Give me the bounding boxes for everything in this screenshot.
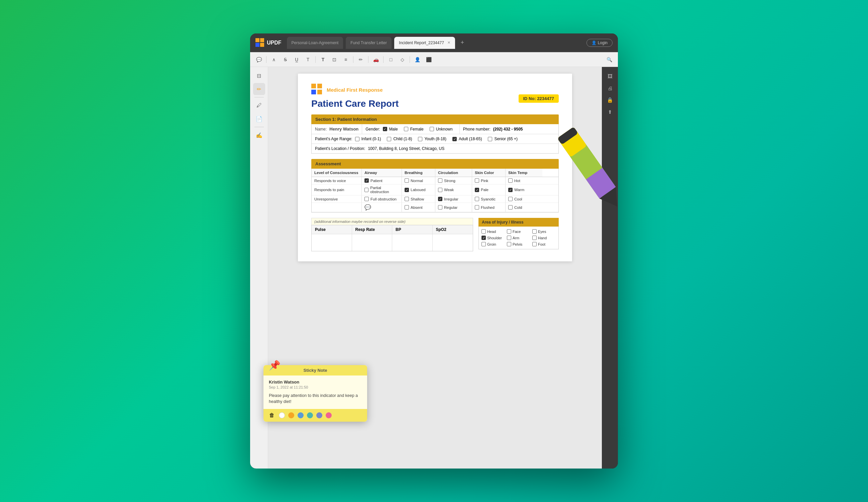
vitals-pulse-value bbox=[312, 234, 352, 251]
tab-transfer[interactable]: Fund Transfer Letter bbox=[346, 37, 392, 49]
toolbar-sep-5 bbox=[383, 56, 383, 63]
airway-full-cb[interactable] bbox=[364, 197, 369, 201]
skincolor-syanotic-label: Syanotic bbox=[481, 197, 496, 201]
loc-row4 bbox=[312, 203, 362, 212]
skintemp-hot-cb[interactable] bbox=[508, 178, 513, 183]
age-infant-cb[interactable] bbox=[355, 137, 360, 141]
list-icon[interactable]: ≡ bbox=[341, 55, 350, 64]
car-icon[interactable]: 🚗 bbox=[371, 55, 381, 64]
text-icon[interactable]: T bbox=[303, 55, 313, 64]
tab-add-button[interactable]: + bbox=[458, 38, 467, 48]
airway-partial-cb[interactable] bbox=[364, 188, 369, 192]
search-icon[interactable]: 🔍 bbox=[604, 55, 614, 64]
location-label: Patient's Location / Position: bbox=[315, 146, 365, 151]
breathing-shallow-cb[interactable] bbox=[405, 197, 409, 201]
age-adult-cb[interactable]: ✓ bbox=[452, 137, 457, 141]
skincolor-pale-cb[interactable]: ✓ bbox=[475, 188, 479, 192]
injury-shoulder: ✓ Shoulder bbox=[482, 235, 505, 240]
bold-t-icon[interactable]: T bbox=[318, 55, 328, 64]
tab-close-icon[interactable]: ✕ bbox=[447, 40, 451, 45]
circulation-weak-cb[interactable] bbox=[438, 188, 442, 192]
sidebar-highlight-icon[interactable]: ✏ bbox=[253, 83, 265, 95]
tab-incident[interactable]: Incident Report_2234477 ✕ bbox=[394, 37, 455, 49]
right-photo-icon[interactable]: 🖼 bbox=[605, 71, 615, 81]
sticky-color-pink[interactable] bbox=[326, 412, 332, 418]
person-fill-icon[interactable]: ⬛ bbox=[424, 55, 433, 64]
toolbar-sep-1 bbox=[266, 56, 267, 63]
age-youth-cb[interactable] bbox=[418, 137, 422, 141]
sticky-color-purple[interactable] bbox=[316, 412, 322, 418]
right-print-icon[interactable]: 🖨 bbox=[605, 83, 615, 93]
circulation-strong-cb[interactable] bbox=[438, 178, 442, 183]
injury-head-cb[interactable] bbox=[482, 229, 486, 234]
skincolor-row2: ✓ Pale bbox=[472, 184, 506, 195]
shape-icon[interactable]: □ bbox=[386, 55, 395, 64]
sidebar-pages-icon[interactable]: 📄 bbox=[253, 113, 265, 125]
tab-loan[interactable]: Personal-Loan-Agreement bbox=[287, 37, 343, 49]
sticky-color-teal[interactable] bbox=[307, 412, 313, 418]
vitals-body bbox=[312, 234, 473, 251]
injury-foot-cb[interactable] bbox=[532, 242, 537, 246]
sticky-note-author: Kristin Watson bbox=[269, 380, 362, 384]
vitals-injury-area: (additional information maybe recorded o… bbox=[311, 218, 559, 251]
skintemp-warm-cb[interactable]: ✓ bbox=[508, 188, 513, 192]
skintemp-cool-cb[interactable] bbox=[508, 197, 513, 201]
circulation-row3: ✓ Irregular bbox=[435, 195, 472, 202]
injury-eyes-cb[interactable] bbox=[532, 229, 537, 234]
injury-hand-cb[interactable] bbox=[532, 235, 537, 240]
injury-shoulder-cb[interactable]: ✓ bbox=[482, 235, 486, 240]
sidebar-edit-icon[interactable]: 🖊 bbox=[253, 99, 265, 111]
svg-rect-6 bbox=[311, 90, 316, 94]
login-button[interactable]: 👤 Login bbox=[587, 39, 612, 47]
svg-rect-2 bbox=[256, 43, 259, 47]
sidebar-thumbnail-icon[interactable]: ⊟ bbox=[253, 70, 265, 82]
gender-female-cb[interactable] bbox=[404, 127, 408, 131]
age-youth-label: Youth (8-18) bbox=[424, 137, 446, 141]
injury-pelvis: Pelvis bbox=[507, 242, 530, 246]
vitals-header: Pulse Resp Rate BP SpO2 bbox=[312, 225, 473, 234]
age-adult-label: Adult (18-65) bbox=[459, 137, 482, 141]
id-badge: ID No: 2234477 bbox=[519, 94, 559, 103]
pencil-icon[interactable]: ✏ bbox=[356, 55, 365, 64]
circulation-irregular-cb[interactable]: ✓ bbox=[438, 197, 442, 201]
gender-male-cb[interactable]: ✓ bbox=[383, 127, 387, 131]
circulation-regular-cb[interactable] bbox=[438, 205, 442, 210]
injury-arm-label: Arm bbox=[513, 236, 519, 240]
injury-pelvis-cb[interactable] bbox=[507, 242, 511, 246]
age-senior-cb[interactable] bbox=[488, 137, 492, 141]
sticky-delete-button[interactable]: 🗑 bbox=[268, 412, 276, 419]
skincolor-syanotic-cb[interactable] bbox=[475, 197, 479, 201]
eraser-icon[interactable]: ◇ bbox=[397, 55, 407, 64]
sticky-color-orange[interactable] bbox=[288, 412, 294, 418]
sidebar-signature-icon[interactable]: ✍ bbox=[253, 129, 265, 141]
comment-icon[interactable]: 💬 bbox=[254, 55, 264, 64]
injury-table: Head Face Eyes ✓ bbox=[478, 227, 559, 249]
underline-icon[interactable]: U̲ bbox=[292, 55, 301, 64]
person-icon[interactable]: 👤 bbox=[413, 55, 422, 64]
sticky-color-none[interactable] bbox=[279, 412, 285, 418]
breathing-absent-cb[interactable] bbox=[405, 205, 409, 210]
injury-face-cb[interactable] bbox=[507, 229, 511, 234]
breathing-laboued-cb[interactable]: ✓ bbox=[405, 188, 409, 192]
skincolor-flushed-cb[interactable] bbox=[475, 205, 479, 210]
breathing-normal-cb[interactable] bbox=[405, 178, 409, 183]
sticky-color-blue[interactable] bbox=[298, 412, 303, 418]
airway-patient-cb[interactable]: ✓ bbox=[364, 178, 369, 183]
skintemp-cold-cb[interactable] bbox=[508, 205, 513, 210]
strikethrough-icon[interactable]: S̶ bbox=[280, 55, 290, 64]
injury-arm-cb[interactable] bbox=[507, 235, 511, 240]
right-lock-icon[interactable]: 🔒 bbox=[605, 95, 615, 105]
injury-hand: Hand bbox=[532, 235, 556, 240]
assessment-header: Assessment bbox=[311, 159, 559, 169]
injury-groin-cb[interactable] bbox=[482, 242, 486, 246]
patient-info-row-3: Patient's Location / Position: 1007, Bui… bbox=[312, 144, 558, 153]
phone-cell: Phone number: (202) 432 - 9505 bbox=[460, 124, 526, 134]
location-value: 1007, Building 8, Long Street, Chicago, … bbox=[368, 146, 444, 151]
gender-unknown-cb[interactable] bbox=[430, 127, 434, 131]
text-box-icon[interactable]: ⊡ bbox=[330, 55, 339, 64]
circulation-row4: Regular bbox=[435, 203, 472, 212]
assess-col-circulation: Circulation bbox=[435, 169, 472, 177]
pen-icon[interactable]: ∧ bbox=[269, 55, 279, 64]
skincolor-pink-cb[interactable] bbox=[475, 178, 479, 183]
age-child-cb[interactable] bbox=[387, 137, 391, 141]
